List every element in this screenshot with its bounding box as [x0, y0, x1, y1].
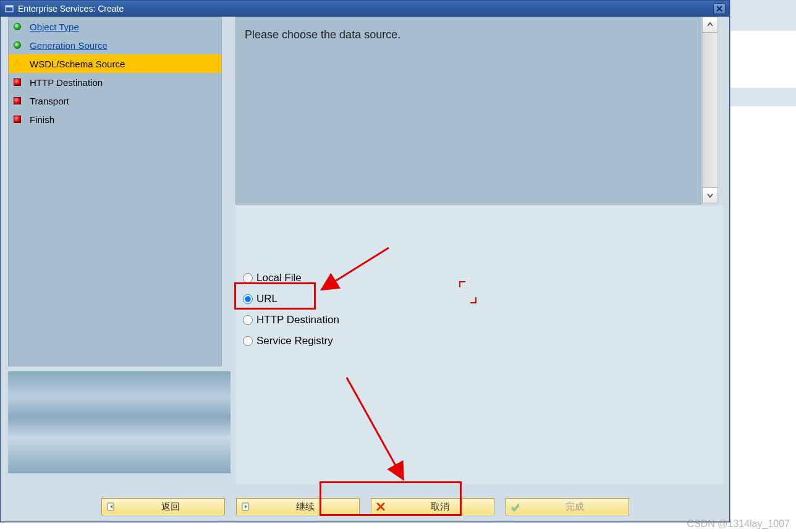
status-pending-icon — [12, 114, 22, 124]
radio-url[interactable]: URL — [243, 289, 465, 310]
close-button[interactable] — [713, 3, 726, 14]
wizard-step-label: WSDL/Schema Source — [30, 59, 125, 69]
wizard-step-finish[interactable]: Finish — [9, 110, 221, 129]
back-icon — [106, 501, 117, 512]
annotation-crop-mark — [470, 297, 476, 303]
finish-button[interactable]: 完成 — [506, 498, 629, 515]
data-source-radio-group: Local File URL HTTP Destination Service … — [243, 268, 465, 352]
window-title: Enterprise Services: Create — [18, 4, 713, 14]
continue-button[interactable]: 继续 — [236, 498, 360, 515]
radio-input[interactable] — [243, 336, 253, 346]
radio-label: Local File — [256, 272, 302, 284]
status-done-icon — [12, 40, 22, 50]
description-panel: Please choose the data source. — [235, 17, 701, 205]
wizard-step-transport[interactable]: Transport — [9, 91, 221, 110]
dialog-window: Enterprise Services: Create Object Type … — [0, 0, 730, 522]
finish-icon — [510, 501, 521, 512]
scroll-down-button[interactable] — [702, 187, 718, 203]
wizard-step-label: Finish — [30, 114, 54, 125]
status-done-icon — [12, 22, 22, 32]
wizard-step-label: Generation Source — [30, 40, 108, 51]
svg-rect-1 — [6, 6, 13, 7]
wizard-step-generation-source[interactable]: Generation Source — [9, 36, 221, 54]
back-button[interactable]: 返回 — [101, 498, 225, 515]
description-text: Please choose the data source. — [236, 17, 701, 53]
decorative-water-texture — [8, 371, 231, 473]
wizard-step-label: HTTP Destination — [30, 77, 103, 88]
wizard-step-label: Object Type — [30, 22, 79, 32]
radio-label: HTTP Destination — [256, 314, 339, 326]
radio-http-destination[interactable]: HTTP Destination — [243, 310, 465, 331]
status-pending-icon — [12, 96, 22, 106]
radio-local-file[interactable]: Local File — [243, 268, 465, 289]
button-label: 完成 — [525, 501, 625, 513]
wizard-steps-panel: Object Type Generation Source WSDL/Schem… — [8, 17, 222, 366]
cancel-icon — [375, 501, 386, 512]
radio-label: Service Registry — [256, 335, 333, 347]
button-label: 继续 — [255, 501, 355, 513]
watermark-text: CSDN @1314lay_1007 — [687, 518, 790, 530]
radio-input[interactable] — [243, 315, 253, 325]
radio-input[interactable] — [243, 273, 253, 283]
continue-icon — [240, 501, 252, 512]
button-label: 取消 — [390, 501, 490, 513]
cancel-button[interactable]: 取消 — [371, 498, 494, 515]
wizard-button-bar: 返回 继续 取消 完成 — [1, 498, 729, 515]
radio-service-registry[interactable]: Service Registry — [243, 331, 465, 352]
button-label: 返回 — [121, 501, 221, 513]
radio-label: URL — [256, 293, 277, 305]
titlebar: Enterprise Services: Create — [1, 1, 729, 17]
window-icon — [4, 4, 14, 14]
radio-input[interactable] — [243, 294, 253, 304]
wizard-step-object-type[interactable]: Object Type — [9, 17, 221, 36]
annotation-crop-mark — [459, 281, 465, 287]
wizard-step-http-destination[interactable]: HTTP Destination — [9, 73, 221, 91]
wizard-step-wsdl-schema-source[interactable]: WSDL/Schema Source — [9, 54, 221, 73]
scroll-up-button[interactable] — [702, 17, 718, 33]
status-pending-icon — [12, 77, 22, 87]
status-warning-icon — [12, 59, 22, 69]
scrollbar-track[interactable] — [702, 33, 718, 188]
wizard-step-label: Transport — [30, 96, 69, 106]
